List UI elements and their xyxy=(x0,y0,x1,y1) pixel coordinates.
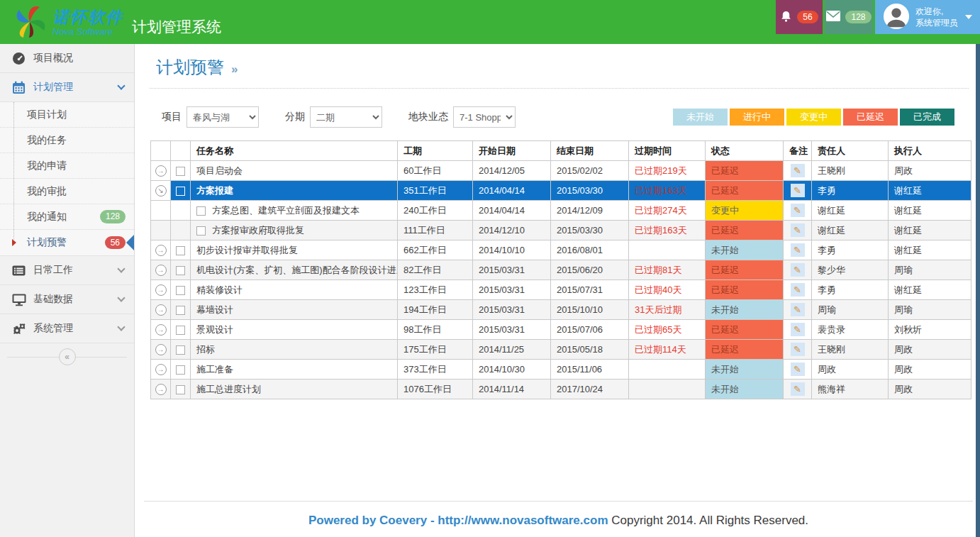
sidebar-item-system[interactable]: 系统管理 xyxy=(0,314,134,343)
sidebar-item-overview[interactable]: 项目概况 xyxy=(0,44,134,73)
footer-link[interactable]: Powered by Coevery - http://www.novasoft… xyxy=(308,514,608,527)
row-checkbox[interactable] xyxy=(176,286,185,295)
table-row[interactable]: 方案报审政府取得批复111工作日2014/12/102015/03/30已过期1… xyxy=(151,221,971,240)
edit-note-icon[interactable]: ✎ xyxy=(791,204,805,217)
legend-button[interactable]: 未开始 xyxy=(673,109,728,126)
legend-button[interactable]: 进行中 xyxy=(730,109,784,126)
expand-row-icon[interactable]: → xyxy=(155,384,167,395)
filter-project-select[interactable]: 春风与湖 xyxy=(186,106,259,128)
row-checkbox[interactable] xyxy=(196,226,206,236)
notifications-button[interactable]: 56 xyxy=(776,0,823,34)
table-row[interactable]: →初步设计报审并取得批复662工作日2014/10/102016/08/01未开… xyxy=(151,240,971,260)
edit-note-icon[interactable]: ✎ xyxy=(791,303,805,316)
status-cell: 未开始 xyxy=(706,300,784,320)
owner-cell: 李勇 xyxy=(812,240,889,260)
user-menu[interactable]: 欢迎你, 系统管理员 xyxy=(875,0,980,34)
status-cell: 未开始 xyxy=(706,380,784,399)
edit-note-icon[interactable]: ✎ xyxy=(791,263,805,277)
owner-cell: 王晓刚 xyxy=(812,340,889,360)
edit-note-icon[interactable]: ✎ xyxy=(791,223,805,237)
row-checkbox[interactable] xyxy=(176,326,185,335)
filter-plot-select[interactable]: 7-1 Shopp xyxy=(453,106,516,128)
table-row[interactable]: 方案总图、建筑平立剖面及报建文本240工作日2014/04/142014/12/… xyxy=(151,201,971,221)
edit-note-icon[interactable]: ✎ xyxy=(791,362,805,376)
expand-cell: → xyxy=(151,320,171,340)
table-row[interactable]: ↘方案报建351工作日2014/04/142015/03/30已过期163天已延… xyxy=(151,181,971,201)
edit-note-icon[interactable]: ✎ xyxy=(791,243,805,257)
collapse-row-icon[interactable]: ↘ xyxy=(155,185,167,196)
note-cell: ✎ xyxy=(784,240,812,260)
sidebar-item-basic[interactable]: 基础数据 xyxy=(0,285,134,314)
overdue-cell: 已过期163天 xyxy=(629,181,706,201)
duration-cell: 175工作日 xyxy=(398,340,473,360)
edit-note-icon[interactable]: ✎ xyxy=(791,283,805,297)
owner-cell: 王晓刚 xyxy=(812,161,889,181)
sidebar-item-plan[interactable]: 计划管理 xyxy=(0,73,134,102)
table-row[interactable]: →项目启动会60工作日2014/12/052015/02/02已过期219天已延… xyxy=(151,161,971,181)
edit-note-icon[interactable]: ✎ xyxy=(791,164,805,177)
table-row[interactable]: →幕墙设计194工作日2015/03/312015/10/1031天后过期未开始… xyxy=(151,300,971,320)
note-cell: ✎ xyxy=(784,181,812,201)
row-checkbox[interactable] xyxy=(176,306,185,315)
legend-button[interactable]: 已延迟 xyxy=(843,109,898,126)
row-checkbox[interactable] xyxy=(176,365,185,375)
edit-note-icon[interactable]: ✎ xyxy=(791,382,805,396)
edit-note-icon[interactable]: ✎ xyxy=(791,343,805,356)
sidebar-item-label: 日常工作 xyxy=(33,264,73,277)
checkbox-cell xyxy=(171,161,191,181)
executor-cell: 周瑜 xyxy=(889,260,971,280)
edit-note-icon[interactable]: ✎ xyxy=(791,323,805,336)
expand-cell: → xyxy=(151,280,171,300)
expand-cell: ↘ xyxy=(151,181,171,201)
task-name-cell: 方案报审政府取得批复 xyxy=(191,221,398,240)
owner-cell: 周政 xyxy=(812,360,889,380)
table-row[interactable]: →精装修设计123工作日2015/03/312015/07/31已过期40天已延… xyxy=(151,280,971,300)
expand-row-icon[interactable]: → xyxy=(155,265,167,276)
table-row[interactable]: →机电设计(方案、扩初、施工图)配合各阶段设计进度82工作日2015/03/31… xyxy=(151,260,971,280)
row-checkbox[interactable] xyxy=(176,345,185,355)
row-checkbox[interactable] xyxy=(176,266,185,275)
task-name-cell: 初步设计报审并取得批复 xyxy=(191,240,398,260)
vertical-scrollbar[interactable] xyxy=(976,44,980,537)
expand-row-icon[interactable]: → xyxy=(155,364,167,375)
collapse-sidebar-button[interactable]: « xyxy=(59,348,76,365)
task-name-cell: 施工准备 xyxy=(191,360,398,380)
table-row[interactable]: →施工准备373工作日2014/10/302015/11/06未开始✎周政周政 xyxy=(151,360,971,380)
end-date-cell: 2015/05/18 xyxy=(551,340,629,360)
dashboard-icon xyxy=(12,52,33,65)
overdue-cell: 已过期114天 xyxy=(629,340,706,360)
expand-row-icon[interactable]: → xyxy=(155,324,167,336)
table-row[interactable]: →招标175工作日2014/11/252015/05/18已过期114天已延迟✎… xyxy=(151,340,971,360)
submenu-item[interactable]: 我的任务 xyxy=(0,128,134,153)
filter-phase-select[interactable]: 二期 xyxy=(310,106,382,128)
expand-row-icon[interactable]: → xyxy=(155,304,167,316)
row-checkbox[interactable] xyxy=(176,187,185,196)
row-checkbox[interactable] xyxy=(176,385,185,394)
submenu-item[interactable]: 我的审批 xyxy=(0,179,134,204)
submenu-item[interactable]: 计划预警56 xyxy=(0,230,134,255)
row-checkbox[interactable] xyxy=(196,206,206,216)
submenu-item[interactable]: 项目计划 xyxy=(0,102,134,128)
expand-row-icon[interactable]: → xyxy=(155,165,167,177)
submenu-item[interactable]: 我的申请 xyxy=(0,153,134,179)
overdue-cell: 已过期65天 xyxy=(629,320,706,340)
owner-cell: 熊海祥 xyxy=(812,380,889,399)
sidebar-item-daily[interactable]: 日常工作 xyxy=(0,256,134,285)
messages-button[interactable]: 128 xyxy=(825,0,873,34)
expand-row-icon[interactable]: → xyxy=(155,245,167,256)
expand-row-icon[interactable]: → xyxy=(155,344,167,355)
legend-button[interactable]: 变更中 xyxy=(786,109,841,126)
checkbox-cell xyxy=(171,181,191,201)
executor-cell: 周政 xyxy=(889,340,971,360)
row-checkbox[interactable] xyxy=(176,246,185,255)
legend-button[interactable]: 已完成 xyxy=(900,109,954,126)
expand-row-icon[interactable]: → xyxy=(155,284,167,296)
row-checkbox[interactable] xyxy=(176,167,185,176)
table-row[interactable]: →景观设计98工作日2015/03/312015/07/06已过期65天已延迟✎… xyxy=(151,320,971,340)
expand-cell: → xyxy=(151,161,171,181)
table-row[interactable]: →施工总进度计划1076工作日2014/11/142017/10/24未开始✎熊… xyxy=(151,380,971,399)
bell-icon xyxy=(780,10,792,25)
expand-cell: → xyxy=(151,300,171,320)
submenu-item[interactable]: 我的通知128 xyxy=(0,204,134,230)
edit-note-icon[interactable]: ✎ xyxy=(791,184,805,197)
